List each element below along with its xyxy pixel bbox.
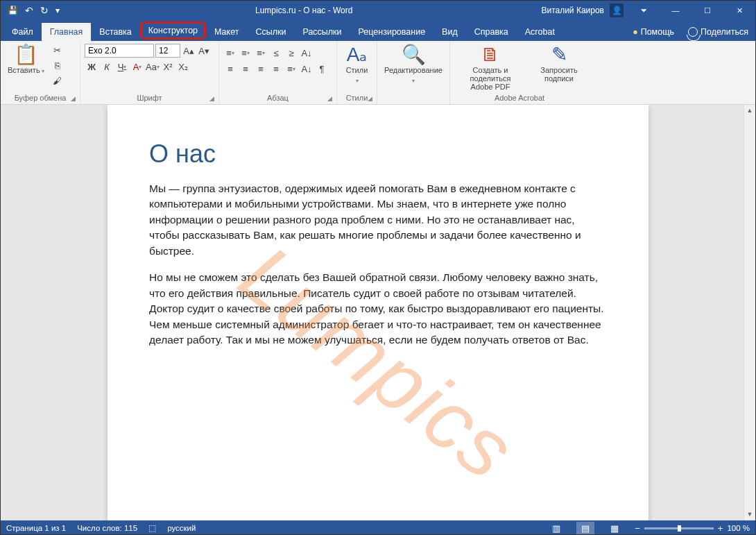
tab-home[interactable]: Главная (42, 23, 92, 41)
bullets-icon[interactable]: ≡ (223, 46, 237, 60)
tab-design[interactable]: Конструктор (140, 22, 206, 40)
grow-font-icon[interactable]: A▴ (182, 44, 196, 58)
numbering-icon[interactable]: ≡ (239, 46, 252, 60)
paste-button[interactable]: 📋 Вставить (5, 44, 47, 77)
bulb-icon (633, 27, 638, 37)
vertical-scrollbar[interactable]: ▲ ▼ (744, 105, 755, 520)
tab-mailings[interactable]: Рассылки (294, 23, 350, 41)
increase-indent-icon[interactable]: ≥ (284, 46, 298, 60)
tab-file[interactable]: Файл (3, 23, 42, 41)
undo-icon[interactable]: ↶ (25, 5, 33, 17)
proofing-icon[interactable]: ⬚ (148, 523, 156, 533)
tab-review[interactable]: Рецензирование (350, 23, 434, 41)
dialog-launcher-icon[interactable]: ◢ (327, 95, 332, 102)
read-mode-icon[interactable]: ▥ (547, 522, 565, 534)
align-left-icon[interactable]: ≡ (223, 62, 237, 76)
print-layout-icon[interactable]: ▤ (576, 522, 594, 534)
heading[interactable]: О нас (149, 139, 607, 169)
window-controls: ⏷ — ☐ ✕ (628, 1, 755, 20)
tell-me[interactable]: Помощь (626, 23, 681, 41)
signature-icon: ✎ (551, 45, 567, 65)
line-spacing-icon[interactable]: ≡ (284, 62, 298, 76)
web-layout-icon[interactable]: ▦ (605, 522, 624, 534)
zoom-track[interactable] (644, 527, 714, 529)
italic-icon[interactable]: К (100, 60, 114, 74)
tab-insert[interactable]: Вставка (91, 23, 139, 41)
tab-help[interactable]: Справка (466, 23, 517, 41)
paragraph[interactable]: Мы — группа энтузиастов, одержимых идеей… (149, 181, 607, 259)
zoom-thumb[interactable] (678, 525, 681, 532)
ribbon-display-icon[interactable]: ⏷ (628, 1, 660, 20)
format-painter-icon[interactable]: 🖌 (51, 74, 64, 87)
sub-icon[interactable]: X₂ (176, 60, 190, 74)
styles-icon: Aₐ (347, 45, 368, 65)
word-count[interactable]: Число слов: 115 (77, 524, 137, 532)
multilevel-icon[interactable]: ≡ (254, 46, 268, 60)
status-bar: Страница 1 из 1 Число слов: 115 ⬚ русски… (1, 520, 755, 535)
minimize-icon[interactable]: — (660, 1, 691, 20)
avatar: 👤 (610, 3, 624, 17)
cut-icon[interactable]: ✂ (51, 44, 64, 56)
show-marks-icon[interactable]: ¶ (315, 62, 329, 76)
change-case-icon[interactable]: Aa (146, 60, 160, 74)
font-color-icon[interactable]: A (130, 60, 144, 74)
share-button[interactable]: Поделиться (681, 23, 755, 41)
ribbon-tabs: Файл Главная Вставка Конструктор Макет С… (1, 20, 755, 41)
user-name: Виталий Каиров (541, 6, 604, 15)
page[interactable]: О нас Мы — группа энтузиастов, одержимых… (108, 105, 648, 520)
group-styles: Aₐ Стили Стили◢ (337, 41, 377, 104)
font-size-input[interactable] (155, 44, 180, 58)
zoom-in-icon[interactable]: + (718, 523, 723, 534)
window-title: Lumpics.ru - О нас - Word (67, 6, 541, 15)
redo-icon[interactable]: ↻ (40, 5, 49, 17)
scroll-up-icon[interactable]: ▲ (744, 105, 755, 117)
close-icon[interactable]: ✕ (723, 1, 755, 20)
ribbon: 📋 Вставить ✂ ⎘ 🖌 Буфер обмена◢ A▴ A▾ Ж К… (1, 41, 755, 105)
styles-button[interactable]: Aₐ Стили (341, 44, 372, 87)
clipboard-icon: 📋 (14, 45, 38, 65)
justify-icon[interactable]: ≡ (269, 62, 283, 76)
watermark: Lumpics (223, 226, 533, 498)
editing-button[interactable]: 🔍 Редактирование (381, 44, 445, 87)
tab-references[interactable]: Ссылки (247, 23, 294, 41)
shrink-font-icon[interactable]: A▾ (197, 44, 211, 58)
dialog-launcher-icon[interactable]: ◢ (71, 95, 76, 102)
language[interactable]: русский (167, 524, 196, 532)
sort-icon[interactable]: A↓ (300, 46, 313, 60)
group-font: A▴ A▾ Ж К Ч A Aa X² X₂ Шрифт◢ (80, 41, 219, 104)
create-share-pdf-button[interactable]: 🗎 Создать и поделиться Adobe PDF (456, 44, 524, 92)
bold-icon[interactable]: Ж (85, 60, 98, 74)
qat-more-icon[interactable]: ▾ (55, 6, 60, 15)
decrease-indent-icon[interactable]: ≤ (269, 46, 283, 60)
tab-layout[interactable]: Макет (206, 23, 247, 41)
scroll-down-icon[interactable]: ▼ (744, 509, 755, 520)
sup-icon[interactable]: X² (161, 60, 175, 74)
maximize-icon[interactable]: ☐ (691, 1, 723, 20)
paragraph[interactable]: Но мы не сможем это сделать без Вашей об… (149, 270, 607, 348)
request-signatures-button[interactable]: ✎ Запросить подписи (535, 44, 583, 84)
align-right-icon[interactable]: ≡ (254, 62, 268, 76)
underline-icon[interactable]: Ч (115, 60, 129, 74)
dialog-launcher-icon[interactable]: ◢ (368, 95, 372, 102)
page-number[interactable]: Страница 1 из 1 (6, 524, 66, 532)
font-name-input[interactable] (85, 44, 154, 58)
document-area: О нас Мы — группа энтузиастов, одержимых… (1, 105, 755, 520)
zoom-out-icon[interactable]: − (635, 523, 640, 534)
group-editing: 🔍 Редактирование (377, 41, 450, 104)
save-icon[interactable]: 💾 (8, 6, 18, 15)
group-paragraph: ≡ ≡ ≡ ≤ ≥ A↓ ≡ ≡ ≡ ≡ ≡ A↓ ¶ Абзац◢ (219, 41, 337, 104)
align-center-icon[interactable]: ≡ (239, 62, 252, 76)
copy-icon[interactable]: ⎘ (51, 59, 64, 71)
zoom-slider[interactable]: − + 100 % (635, 523, 750, 534)
tab-view[interactable]: Вид (433, 23, 466, 41)
group-clipboard: 📋 Вставить ✂ ⎘ 🖌 Буфер обмена◢ (1, 41, 80, 104)
quick-access-toolbar: 💾 ↶ ↻ ▾ (1, 5, 67, 17)
share-icon (688, 27, 698, 37)
tab-acrobat[interactable]: Acrobat (517, 23, 563, 41)
sort-az-icon[interactable]: A↓ (300, 62, 313, 76)
zoom-level[interactable]: 100 % (727, 524, 750, 532)
find-icon: 🔍 (402, 45, 426, 65)
user-account[interactable]: Виталий Каиров 👤 (541, 3, 628, 17)
group-adobe: 🗎 Создать и поделиться Adobe PDF ✎ Запро… (450, 41, 589, 104)
dialog-launcher-icon[interactable]: ◢ (209, 95, 214, 102)
